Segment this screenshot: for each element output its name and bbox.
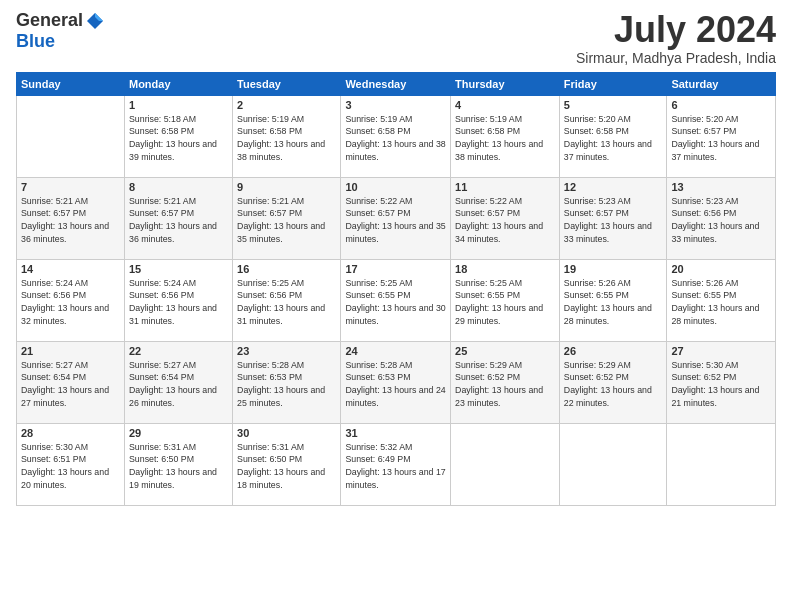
calendar-page: General Blue July 2024 Sirmaur, Madhya P… [0, 0, 792, 612]
day-info: Sunrise: 5:29 AM Sunset: 6:52 PM Dayligh… [564, 359, 663, 410]
table-row [667, 423, 776, 505]
day-info: Sunrise: 5:26 AM Sunset: 6:55 PM Dayligh… [671, 277, 771, 328]
logo: General Blue [16, 10, 105, 52]
day-info: Sunrise: 5:29 AM Sunset: 6:52 PM Dayligh… [455, 359, 555, 410]
day-info: Sunrise: 5:27 AM Sunset: 6:54 PM Dayligh… [129, 359, 228, 410]
day-number: 5 [564, 99, 663, 111]
table-row: 25Sunrise: 5:29 AM Sunset: 6:52 PM Dayli… [451, 341, 560, 423]
table-row: 22Sunrise: 5:27 AM Sunset: 6:54 PM Dayli… [124, 341, 232, 423]
day-info: Sunrise: 5:26 AM Sunset: 6:55 PM Dayligh… [564, 277, 663, 328]
day-info: Sunrise: 5:22 AM Sunset: 6:57 PM Dayligh… [345, 195, 446, 246]
day-number: 6 [671, 99, 771, 111]
table-row: 18Sunrise: 5:25 AM Sunset: 6:55 PM Dayli… [451, 259, 560, 341]
table-row [17, 95, 125, 177]
table-row: 7Sunrise: 5:21 AM Sunset: 6:57 PM Daylig… [17, 177, 125, 259]
table-row: 3Sunrise: 5:19 AM Sunset: 6:58 PM Daylig… [341, 95, 451, 177]
day-number: 28 [21, 427, 120, 439]
day-number: 1 [129, 99, 228, 111]
day-info: Sunrise: 5:20 AM Sunset: 6:57 PM Dayligh… [671, 113, 771, 164]
day-number: 17 [345, 263, 446, 275]
day-number: 4 [455, 99, 555, 111]
table-row [451, 423, 560, 505]
table-row: 26Sunrise: 5:29 AM Sunset: 6:52 PM Dayli… [559, 341, 667, 423]
table-row: 27Sunrise: 5:30 AM Sunset: 6:52 PM Dayli… [667, 341, 776, 423]
table-row: 30Sunrise: 5:31 AM Sunset: 6:50 PM Dayli… [233, 423, 341, 505]
day-info: Sunrise: 5:19 AM Sunset: 6:58 PM Dayligh… [455, 113, 555, 164]
day-info: Sunrise: 5:21 AM Sunset: 6:57 PM Dayligh… [237, 195, 336, 246]
day-info: Sunrise: 5:25 AM Sunset: 6:55 PM Dayligh… [345, 277, 446, 328]
col-monday: Monday [124, 72, 232, 95]
day-number: 25 [455, 345, 555, 357]
day-number: 9 [237, 181, 336, 193]
table-row: 6Sunrise: 5:20 AM Sunset: 6:57 PM Daylig… [667, 95, 776, 177]
table-row: 12Sunrise: 5:23 AM Sunset: 6:57 PM Dayli… [559, 177, 667, 259]
day-info: Sunrise: 5:24 AM Sunset: 6:56 PM Dayligh… [21, 277, 120, 328]
day-number: 10 [345, 181, 446, 193]
day-number: 30 [237, 427, 336, 439]
table-row: 24Sunrise: 5:28 AM Sunset: 6:53 PM Dayli… [341, 341, 451, 423]
table-row: 1Sunrise: 5:18 AM Sunset: 6:58 PM Daylig… [124, 95, 232, 177]
table-row: 9Sunrise: 5:21 AM Sunset: 6:57 PM Daylig… [233, 177, 341, 259]
week-row-4: 21Sunrise: 5:27 AM Sunset: 6:54 PM Dayli… [17, 341, 776, 423]
table-row: 16Sunrise: 5:25 AM Sunset: 6:56 PM Dayli… [233, 259, 341, 341]
day-number: 20 [671, 263, 771, 275]
week-row-3: 14Sunrise: 5:24 AM Sunset: 6:56 PM Dayli… [17, 259, 776, 341]
day-number: 19 [564, 263, 663, 275]
page-header: General Blue July 2024 Sirmaur, Madhya P… [16, 10, 776, 66]
day-number: 15 [129, 263, 228, 275]
table-row: 23Sunrise: 5:28 AM Sunset: 6:53 PM Dayli… [233, 341, 341, 423]
day-info: Sunrise: 5:19 AM Sunset: 6:58 PM Dayligh… [237, 113, 336, 164]
col-saturday: Saturday [667, 72, 776, 95]
day-info: Sunrise: 5:23 AM Sunset: 6:56 PM Dayligh… [671, 195, 771, 246]
month-title: July 2024 [576, 10, 776, 50]
day-number: 18 [455, 263, 555, 275]
day-info: Sunrise: 5:21 AM Sunset: 6:57 PM Dayligh… [129, 195, 228, 246]
day-number: 2 [237, 99, 336, 111]
day-info: Sunrise: 5:32 AM Sunset: 6:49 PM Dayligh… [345, 441, 446, 492]
day-number: 7 [21, 181, 120, 193]
table-row: 13Sunrise: 5:23 AM Sunset: 6:56 PM Dayli… [667, 177, 776, 259]
calendar-table: Sunday Monday Tuesday Wednesday Thursday… [16, 72, 776, 506]
day-info: Sunrise: 5:28 AM Sunset: 6:53 PM Dayligh… [345, 359, 446, 410]
day-info: Sunrise: 5:22 AM Sunset: 6:57 PM Dayligh… [455, 195, 555, 246]
table-row: 2Sunrise: 5:19 AM Sunset: 6:58 PM Daylig… [233, 95, 341, 177]
day-info: Sunrise: 5:23 AM Sunset: 6:57 PM Dayligh… [564, 195, 663, 246]
table-row: 19Sunrise: 5:26 AM Sunset: 6:55 PM Dayli… [559, 259, 667, 341]
day-number: 14 [21, 263, 120, 275]
col-tuesday: Tuesday [233, 72, 341, 95]
day-info: Sunrise: 5:21 AM Sunset: 6:57 PM Dayligh… [21, 195, 120, 246]
day-number: 23 [237, 345, 336, 357]
table-row [559, 423, 667, 505]
day-info: Sunrise: 5:25 AM Sunset: 6:55 PM Dayligh… [455, 277, 555, 328]
day-number: 3 [345, 99, 446, 111]
day-info: Sunrise: 5:24 AM Sunset: 6:56 PM Dayligh… [129, 277, 228, 328]
table-row: 21Sunrise: 5:27 AM Sunset: 6:54 PM Dayli… [17, 341, 125, 423]
day-number: 12 [564, 181, 663, 193]
day-info: Sunrise: 5:25 AM Sunset: 6:56 PM Dayligh… [237, 277, 336, 328]
day-number: 24 [345, 345, 446, 357]
day-number: 8 [129, 181, 228, 193]
day-number: 31 [345, 427, 446, 439]
day-number: 27 [671, 345, 771, 357]
table-row: 29Sunrise: 5:31 AM Sunset: 6:50 PM Dayli… [124, 423, 232, 505]
col-sunday: Sunday [17, 72, 125, 95]
week-row-1: 1Sunrise: 5:18 AM Sunset: 6:58 PM Daylig… [17, 95, 776, 177]
logo-icon [85, 11, 105, 31]
table-row: 28Sunrise: 5:30 AM Sunset: 6:51 PM Dayli… [17, 423, 125, 505]
location: Sirmaur, Madhya Pradesh, India [576, 50, 776, 66]
day-info: Sunrise: 5:20 AM Sunset: 6:58 PM Dayligh… [564, 113, 663, 164]
header-row: Sunday Monday Tuesday Wednesday Thursday… [17, 72, 776, 95]
col-wednesday: Wednesday [341, 72, 451, 95]
day-number: 26 [564, 345, 663, 357]
week-row-5: 28Sunrise: 5:30 AM Sunset: 6:51 PM Dayli… [17, 423, 776, 505]
table-row: 8Sunrise: 5:21 AM Sunset: 6:57 PM Daylig… [124, 177, 232, 259]
day-info: Sunrise: 5:18 AM Sunset: 6:58 PM Dayligh… [129, 113, 228, 164]
logo-blue: Blue [16, 31, 55, 51]
title-block: July 2024 Sirmaur, Madhya Pradesh, India [576, 10, 776, 66]
col-thursday: Thursday [451, 72, 560, 95]
day-number: 29 [129, 427, 228, 439]
week-row-2: 7Sunrise: 5:21 AM Sunset: 6:57 PM Daylig… [17, 177, 776, 259]
day-info: Sunrise: 5:27 AM Sunset: 6:54 PM Dayligh… [21, 359, 120, 410]
day-info: Sunrise: 5:30 AM Sunset: 6:51 PM Dayligh… [21, 441, 120, 492]
day-number: 21 [21, 345, 120, 357]
